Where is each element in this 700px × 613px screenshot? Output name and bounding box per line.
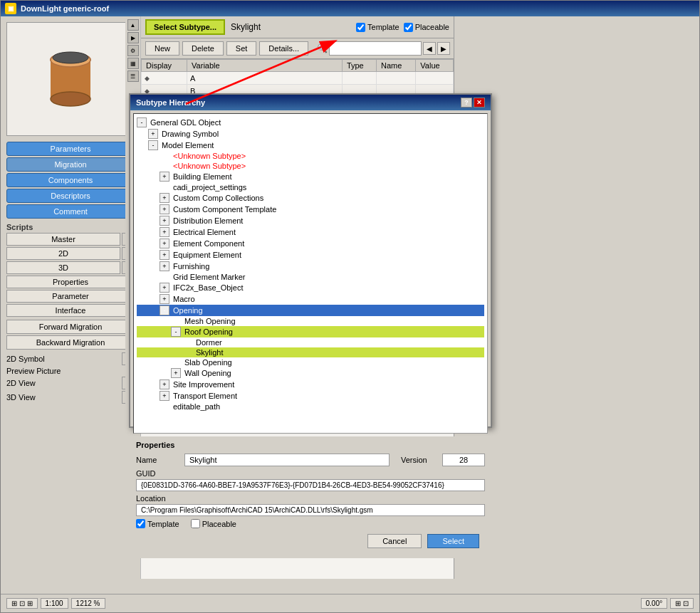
tree-item[interactable]: +Electrical Element [137,226,484,238]
tree-item[interactable]: +Furnishing [137,261,484,272]
tree-item[interactable]: +Distribution Element [137,215,484,226]
dialog-template-checkbox[interactable] [136,519,145,528]
template-checkbox[interactable] [356,23,365,32]
tree-toggle[interactable]: + [160,204,169,214]
tree-item[interactable]: +Wall Opening [137,367,484,379]
tree-item[interactable]: <Unknown Subtype> [137,161,484,171]
new-button[interactable]: New [145,41,179,56]
tree-toggle[interactable]: + [160,239,169,248]
tree-item[interactable]: -Model Element [137,140,484,151]
tree-toggle[interactable]: + [160,294,169,304]
close-button[interactable]: ✕ [474,98,485,108]
select-subtype-button[interactable]: Select Subtype... [145,19,225,35]
tree-item[interactable]: +IFC2x_Base_Object [137,282,484,293]
3d-row: 3D □ [6,261,135,274]
tree-toggle[interactable]: + [171,368,181,378]
master-row: Master □ [6,233,135,246]
tree-item[interactable]: +Equipment Element [137,249,484,261]
select-button[interactable]: Select [427,534,479,548]
status-icons: ⊞ ⊡ ⊞ [6,598,38,609]
parameter-button[interactable]: Parameter [6,290,135,303]
parameter-row: Parameter [6,290,135,303]
dialog-placeable-checkbox[interactable] [191,519,200,528]
master-button[interactable]: Master [6,233,120,246]
tree-item[interactable]: editable_path [137,402,484,412]
placeable-checkbox[interactable] [404,23,413,32]
tree-item[interactable]: +Building Element [137,171,484,182]
tree-toggle[interactable]: + [160,379,169,389]
icon-arrow-right[interactable]: ▶ [127,32,139,43]
tree-label: Slab Opening [184,358,232,367]
icon-arrow-up[interactable]: ▲ [127,19,139,31]
tree-item[interactable]: +Drawing Symbol [137,128,484,140]
preview-picture-row: Preview Picture [6,367,135,375]
scripts-label: Scripts [6,223,135,231]
search-box: 🔍 ◀ ▶ [317,41,450,56]
tree-item[interactable]: Mesh Opening [137,316,484,326]
comment-button[interactable]: Comment [6,204,135,219]
tree-toggle[interactable]: + [160,250,169,260]
tree-item[interactable]: +Element Component [137,238,484,249]
tree-toggle[interactable]: + [160,227,169,237]
svg-point-4 [53,52,88,63]
tree-toggle[interactable]: + [148,129,158,139]
parameters-button[interactable]: Parameters [6,142,135,156]
tree-item[interactable]: -Opening [137,305,484,316]
icon-grid[interactable]: ▦ [127,58,139,69]
backward-migration-button[interactable]: Backward Migration [6,335,135,350]
set-button[interactable]: Set [226,41,257,56]
svg-point-2 [51,92,90,106]
delete-button[interactable]: Delete [182,41,224,56]
tree-toggle[interactable]: - [137,117,147,127]
help-button[interactable]: ? [461,98,472,108]
forward-migration-button[interactable]: Forward Migration [6,320,135,334]
tree-toggle[interactable]: - [171,327,181,337]
tree-toggle[interactable]: + [160,283,169,293]
table-row[interactable]: ◆A [142,72,454,85]
col-name: Name [377,60,416,72]
tree-toggle[interactable]: - [160,305,169,315]
tree-item[interactable]: -General GDL Object [137,117,484,128]
subtype-hierarchy-dialog: Subtype Hierarchy ? ✕ -General GDL Objec… [129,93,492,428]
tree-label: Opening [173,306,203,315]
tree-toggle[interactable]: + [160,193,169,203]
3d-button[interactable]: 3D [6,261,120,274]
icon-list[interactable]: ☰ [127,70,139,82]
tree-item[interactable]: +Transport Element [137,390,484,402]
tree-item[interactable]: +Macro [137,293,484,305]
tree-toggle[interactable]: + [160,391,169,401]
location-label: Location [136,494,485,503]
tree-item[interactable]: cadi_project_settings [137,182,484,192]
tree-item[interactable]: +Custom Component Template [137,204,484,215]
tree-item[interactable]: Slab Opening [137,357,484,367]
interface-button[interactable]: Interface [6,304,135,317]
descriptors-button[interactable]: Descriptors [6,189,135,203]
components-button[interactable]: Components [6,173,135,187]
tree-toggle[interactable]: + [160,261,169,271]
tree-toggle[interactable]: + [160,216,169,226]
search-input[interactable] [329,41,422,56]
tree-toggle[interactable]: - [148,140,158,150]
tree-item[interactable]: <Unknown Subtype> [137,151,484,161]
icon-settings[interactable]: ⚙ [127,45,139,56]
tree-item[interactable]: Dormer [137,337,484,347]
tree-area[interactable]: -General GDL Object+Drawing Symbol-Model… [133,113,488,434]
tree-item[interactable]: Grid Element Marker [137,272,484,282]
details-button[interactable]: Details... [259,41,308,56]
properties-button[interactable]: Properties [6,276,135,288]
cancel-button[interactable]: Cancel [367,534,422,548]
tree-label: <Unknown Subtype> [173,162,246,170]
tree-item[interactable]: Skylight [137,347,484,357]
template-label: Template [367,23,399,31]
migration-button[interactable]: Migration [6,157,135,172]
tree-item[interactable]: +Custom Comp Collections [137,192,484,204]
tree-item[interactable]: -Roof Opening [137,326,484,337]
2d-button[interactable]: 2D [6,247,120,260]
tree-item[interactable]: +Site Improvement [137,379,484,390]
col-value: Value [416,60,454,72]
prev-arrow[interactable]: ◀ [423,42,436,55]
tree-label: Roof Opening [184,328,233,336]
tree-toggle[interactable]: + [160,172,169,182]
next-arrow[interactable]: ▶ [437,42,450,55]
name-label: Name [136,456,179,464]
